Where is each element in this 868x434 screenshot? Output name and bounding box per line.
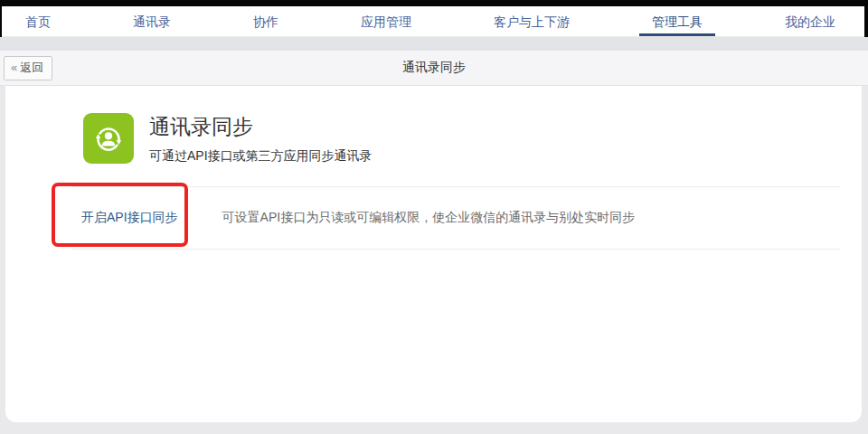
top-navbar: 首页 通讯录 协作 应用管理 客户与上下游 管理工具 我的企业: [2, 6, 864, 37]
content-card: 通讯录同步 可通过API接口或第三方应用同步通讯录 开启API接口同步 可设置A…: [5, 86, 862, 422]
back-button[interactable]: «返回: [4, 56, 52, 80]
feature-subtitle: 可通过API接口或第三方应用同步通讯录: [149, 148, 373, 165]
hero-section: 通讯录同步 可通过API接口或第三方应用同步通讯录: [5, 86, 862, 165]
nav-item-home[interactable]: 首页: [16, 6, 60, 36]
back-chevron-icon: «: [11, 61, 17, 74]
divider: [72, 249, 840, 250]
hero-text: 通讯录同步 可通过API接口或第三方应用同步通讯录: [149, 113, 373, 165]
nav-item-customers[interactable]: 客户与上下游: [485, 6, 579, 36]
contacts-sync-page: { "nav": { "items": [ { "label": "首页", "…: [0, 0, 868, 434]
back-button-label: 返回: [20, 61, 43, 74]
nav-item-app-management[interactable]: 应用管理: [352, 6, 420, 36]
page-title: 通讯录同步: [402, 60, 466, 76]
api-sync-description: 可设置API接口为只读或可编辑权限，使企业微信的通讯录与别处实时同步: [222, 210, 636, 226]
feature-title: 通讯录同步: [149, 114, 373, 140]
nav-item-admin-tools[interactable]: 管理工具: [643, 6, 712, 36]
page-subheader: «返回 通讯录同步: [0, 51, 868, 86]
window-chrome: 首页 通讯录 协作 应用管理 客户与上下游 管理工具 我的企业: [0, 0, 868, 37]
spacer-band: [0, 37, 868, 51]
nav-item-contacts[interactable]: 通讯录: [124, 6, 180, 36]
nav-item-collaboration[interactable]: 协作: [244, 6, 288, 36]
contacts-sync-icon: [83, 113, 134, 164]
nav-item-my-enterprise[interactable]: 我的企业: [776, 6, 844, 36]
enable-api-sync-link[interactable]: 开启API接口同步: [81, 210, 178, 226]
api-sync-setting-row: 开启API接口同步 可设置API接口为只读或可编辑权限，使企业微信的通讯录与别处…: [5, 187, 862, 249]
